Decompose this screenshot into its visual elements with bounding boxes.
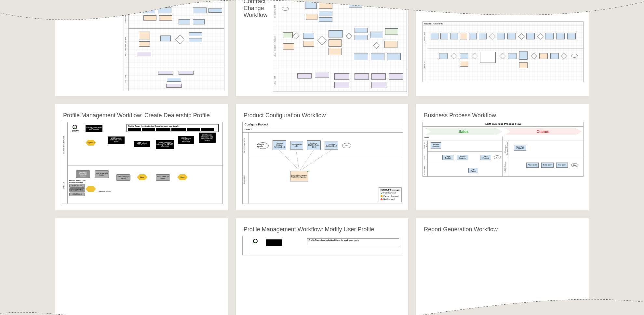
flow-node (306, 14, 317, 20)
flow-node (371, 73, 386, 80)
flow-node (319, 17, 332, 22)
flow-node (143, 15, 156, 21)
lane-label: LGM HUB (243, 165, 245, 194)
flow-node (303, 41, 314, 47)
flow-node (355, 73, 369, 80)
flow-node (319, 11, 332, 16)
decision-login: Login OK? (86, 140, 96, 146)
start-node (282, 7, 289, 11)
flow-node (305, 2, 317, 9)
profile-type (171, 128, 186, 131)
flow-node (460, 33, 467, 39)
decision-node (317, 36, 327, 45)
flow-node (545, 33, 554, 39)
flow-node (193, 19, 205, 24)
decision-node (530, 53, 537, 59)
step-plans: Configure Plans 1.1.2 (290, 141, 303, 150)
lane-label: LGM HUB (274, 71, 276, 90)
card-profile-modify[interactable]: Profile Management Workflow: Modify User… (236, 218, 409, 315)
lane-label: LGM HUB (423, 53, 425, 79)
node-signup: Sign-Up Customer (457, 155, 468, 160)
start-label: START (72, 130, 79, 132)
lane-label: Bank or OEM (423, 141, 427, 151)
flow-node (319, 1, 332, 9)
card-contract-change[interactable]: Contract Change Workflow Policy Change W… (236, 0, 409, 96)
card-business-process[interactable]: Business Process Workflow LGM Business P… (416, 104, 589, 210)
flow-node (387, 53, 401, 60)
flow-node (440, 33, 448, 39)
diagram-profile-modify: Profile Types (see individual flows for … (242, 236, 403, 255)
node-user-enters: USER Enters (All inputs) (116, 174, 130, 181)
start-node (132, 9, 140, 13)
flow-node (160, 36, 171, 41)
profile-types-header: Profile Types (see individual flows for … (128, 125, 179, 127)
card-title: Profile Management Workflow: Create Deal… (63, 112, 220, 119)
decision-node (518, 33, 525, 40)
card-title: Business Process Workflow (424, 112, 581, 119)
node-end-right: End (571, 163, 578, 167)
flow-node (189, 38, 202, 42)
flow-node (385, 28, 398, 35)
decision-node (499, 53, 506, 59)
flow-node (355, 35, 368, 40)
flow-node (334, 73, 349, 80)
card-product-config[interactable]: Product Configuration Workflow Configure… (236, 104, 409, 210)
lane-label: LGM HUB (125, 70, 127, 89)
diagram-financing: Regular Payments Credit Card LGM HUB (423, 21, 584, 82)
flow-node (497, 33, 505, 39)
diagram-profile-create: DEALER SUPPORT HUB UI START USER enters … (62, 122, 223, 204)
svg-line-1 (279, 150, 299, 170)
card-profile-create[interactable]: Profile Management Workflow: Create Deal… (55, 104, 228, 210)
card-title: Contract Change Workflow (244, 0, 276, 19)
decision-node (489, 33, 495, 40)
flow-node (266, 239, 282, 246)
node-one-mvp: ONE MVP Tabbed UI Screen (76, 170, 90, 178)
diagram-business: LGM Business Process Flow Sales Claims L… (423, 122, 584, 177)
flow-node (479, 33, 487, 39)
chev-sales: Sales (425, 128, 502, 135)
decision-node (471, 53, 478, 59)
flow-node (137, 52, 151, 56)
card-grid: Quote Generation Workflow SLM Quote Work… (0, 0, 644, 315)
flow-node (354, 53, 368, 60)
flow-node (371, 82, 386, 88)
start-icon (73, 125, 77, 129)
decision-node (346, 33, 352, 39)
card-title: Report Generation Workflow (424, 226, 581, 233)
node-take: Take Payment (480, 155, 491, 160)
level-label-left: Level 1 (423, 136, 502, 140)
flow-node (334, 82, 349, 88)
node-enter-creds: USER enters User ID and Password (86, 125, 102, 132)
flow-node (556, 33, 565, 39)
card-report-generation[interactable]: Report Generation Workflow (416, 218, 589, 315)
chev-claims: Claims (504, 128, 582, 135)
card-title: Profile Management Workflow: Modify User… (244, 226, 401, 233)
node-dealer-info: USER enters DEALER information (178, 136, 194, 144)
card-quote-generation[interactable]: Quote Generation Workflow SLM Quote Work… (55, 0, 228, 96)
profile-type (156, 128, 170, 131)
node-proposed: Product Proposed (431, 142, 441, 149)
lane-label: LGM (423, 153, 425, 163)
decision-node (537, 33, 543, 40)
node-select-profile: USER selects PROFILE Menu choice (108, 136, 125, 144)
lane-label: DEALER SUPPORT (63, 129, 65, 161)
flow-node (550, 53, 559, 59)
node-mvp-screen: MVP Screen (All inputs) (95, 170, 109, 178)
svg-line-3 (300, 150, 314, 170)
end-node (571, 54, 578, 58)
dashed-connectors (275, 150, 340, 171)
card-placeholder-bottom[interactable] (55, 218, 228, 315)
diagram-header: LGM Business Process Flow (423, 122, 583, 127)
menu-item: SCHEDULER (69, 184, 85, 188)
legend: HUB MVP Coverage: Fully Covered Partiall… (379, 187, 402, 202)
flow-node (166, 84, 182, 88)
step-collateral: Configure Collateral 1.1.4 (325, 141, 338, 150)
card-title: Product Configuration Workflow (244, 112, 401, 119)
diagram-product-config: Configure Product Level 3 Technology Tea… (242, 122, 403, 204)
card-financing[interactable]: In-house Financing Process Workflow Regu… (416, 0, 589, 96)
profile-type (142, 128, 155, 131)
lane-label: Technology Team (243, 136, 245, 155)
node-injury: Injury Type Contacted (514, 145, 526, 151)
flow-node (159, 15, 172, 21)
diagram-quote: SLM Quote Workflow Dealership BM LGM | C… (124, 0, 224, 91)
